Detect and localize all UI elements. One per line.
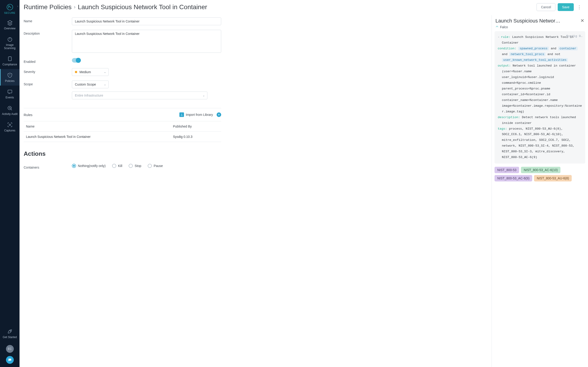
- rules-col-published-by: Published By: [173, 125, 219, 128]
- chat-icon: [7, 89, 13, 95]
- severity-dot-icon: [75, 71, 77, 73]
- sidebar-item-events[interactable]: Events: [0, 85, 19, 102]
- page-header: Runtime Policies › Launch Suspicious Net…: [19, 0, 588, 15]
- divider: [24, 108, 221, 108]
- sidebar-item-label: Captures: [4, 129, 15, 132]
- breadcrumb-parent[interactable]: Runtime Policies: [24, 3, 72, 11]
- sidebar-expand-icon[interactable]: ›: [17, 5, 18, 8]
- radio-label: Pause: [154, 164, 163, 168]
- provider-tag: Sysdig 0…: [566, 33, 582, 39]
- chevron-down-icon: ⌄: [203, 94, 205, 97]
- falco-icon: [495, 25, 499, 29]
- brand-label: SECURE: [4, 11, 15, 14]
- close-button[interactable]: ✕: [579, 18, 584, 23]
- brand-logo[interactable]: › SECURE: [0, 0, 19, 17]
- chevron-down-icon: ⌄: [104, 70, 106, 74]
- avatar[interactable]: EC: [6, 345, 14, 353]
- sidebar-item-label: Compliance: [2, 63, 17, 66]
- yaml-condition: condition: spawned_process and container…: [498, 46, 582, 63]
- rules-section-head: Rules Import from Library +: [24, 112, 221, 117]
- yaml-output: Network tool launched in container (user…: [502, 64, 582, 113]
- radio-label: Kill: [118, 164, 122, 168]
- scope-value: Custom Scope: [75, 83, 96, 86]
- description-input[interactable]: Launch Suspicious Network Tool in Contai…: [72, 30, 221, 53]
- severity-label: Severity: [24, 68, 72, 74]
- tag-chip[interactable]: NIST_800-53_AU-6(8): [534, 175, 572, 181]
- radio-pause[interactable]: Pause: [148, 164, 163, 168]
- sidebar-item-get-started[interactable]: Get Started: [0, 327, 19, 342]
- scope-select[interactable]: Custom Scope ⌄: [72, 81, 109, 88]
- rule-name: Launch Suspicious Network Tool in Contai…: [26, 135, 173, 139]
- radio-dot-icon: [148, 164, 152, 168]
- radio-label: Nothing(notify only): [78, 164, 106, 168]
- name-label: Name: [24, 17, 72, 23]
- clipboard-icon: [7, 56, 13, 62]
- sidebar-item-policies[interactable]: Policies: [0, 69, 19, 85]
- detail-engine: Falco: [492, 25, 588, 31]
- radio-dot-icon: [129, 164, 133, 168]
- container-action-radio-group: Nothing(notify only) Kill Stop Paus: [72, 164, 221, 168]
- containers-label: Containers: [24, 164, 72, 169]
- sidebar-item-activity-audit[interactable]: Activity Audit: [0, 102, 19, 119]
- svg-rect-2: [8, 57, 11, 61]
- svg-point-0: [7, 4, 13, 10]
- radio-dot-icon: [112, 164, 116, 168]
- sidebar-item-image-scanning[interactable]: Image Scanning: [0, 33, 19, 53]
- secure-logo-icon: [6, 3, 14, 11]
- yaml-preview: Sysdig 0… -rule: Launch Suspicious Netwo…: [494, 31, 585, 164]
- rule-detail-panel: Launch Suspicious Networ… ✕ Falco Sysdig…: [492, 15, 588, 367]
- import-from-library-button[interactable]: Import from Library +: [179, 112, 221, 117]
- add-rule-button[interactable]: +: [216, 112, 221, 117]
- help-chat-button[interactable]: [6, 356, 14, 364]
- save-button[interactable]: Save: [558, 3, 574, 11]
- sidebar-item-label: Image Scanning: [1, 44, 19, 50]
- breadcrumb: Runtime Policies › Launch Suspicious Net…: [24, 3, 207, 11]
- sidebar-item-label: Overview: [4, 27, 15, 30]
- radio-label: Stop: [135, 164, 141, 168]
- detail-title: Launch Suspicious Networ…: [495, 18, 579, 24]
- sidebar-item-label: Activity Audit: [2, 113, 17, 116]
- radio-stop[interactable]: Stop: [129, 164, 141, 168]
- chevron-right-icon: ›: [74, 4, 76, 10]
- sidebar-item-captures[interactable]: Captures: [0, 119, 19, 135]
- radio-dot-icon: [72, 164, 76, 168]
- svg-point-6: [10, 331, 10, 331]
- sidebar: › SECURE Overview Image Scanning Complia…: [0, 0, 19, 367]
- scope-infra-placeholder: Entire Infrastructure: [75, 94, 103, 97]
- description-label: Description: [24, 30, 72, 35]
- scope-label: Scope: [24, 81, 72, 86]
- enabled-toggle[interactable]: [72, 58, 80, 63]
- import-icon: [179, 112, 184, 117]
- sidebar-item-label: Events: [6, 96, 14, 99]
- layers-icon: [7, 20, 13, 26]
- svg-rect-3: [8, 90, 12, 93]
- import-label: Import from Library: [186, 113, 213, 117]
- sidebar-item-label: Policies: [5, 80, 15, 83]
- tag-chip[interactable]: NIST_800-53_AC-6(10): [521, 167, 561, 173]
- table-row[interactable]: Launch Suspicious Network Tool in Contai…: [24, 132, 221, 142]
- more-menu-button[interactable]: ⋮: [576, 4, 582, 10]
- shield-icon: [7, 72, 13, 78]
- tag-list: NIST_800-53 NIST_800-53_AC-6(10) NIST_80…: [492, 167, 588, 186]
- svg-point-5: [9, 124, 10, 125]
- tag-chip[interactable]: NIST_800-53_AC-6(9): [494, 175, 532, 181]
- page-title: Launch Suspicious Network Tool in Contai…: [78, 3, 207, 11]
- rule-published-by: Sysdig 0.10.3: [173, 135, 219, 139]
- radio-kill[interactable]: Kill: [112, 164, 122, 168]
- sidebar-item-overview[interactable]: Overview: [0, 17, 19, 33]
- sidebar-item-compliance[interactable]: Compliance: [0, 52, 19, 69]
- severity-value: Medium: [79, 70, 91, 74]
- severity-select[interactable]: Medium ⌄: [72, 68, 109, 76]
- radio-nothing[interactable]: Nothing(notify only): [72, 164, 106, 168]
- rules-table: Name Published By Launch Suspicious Netw…: [24, 121, 221, 142]
- tag-chip[interactable]: NIST_800-53: [494, 167, 519, 173]
- name-input[interactable]: [72, 17, 221, 25]
- capture-icon: [7, 122, 13, 128]
- rules-col-name: Name: [26, 125, 173, 128]
- cancel-button[interactable]: Cancel: [536, 3, 555, 11]
- rules-title: Rules: [24, 113, 32, 117]
- activity-icon: [7, 105, 13, 111]
- yaml-tags: process, NIST_800-53_AU-6(8), SOC2_CC6.1…: [502, 127, 574, 159]
- yaml-rule: Launch Suspicious Network Tool in Contai…: [502, 35, 573, 44]
- scope-infra-select[interactable]: Entire Infrastructure ⌄: [72, 92, 208, 99]
